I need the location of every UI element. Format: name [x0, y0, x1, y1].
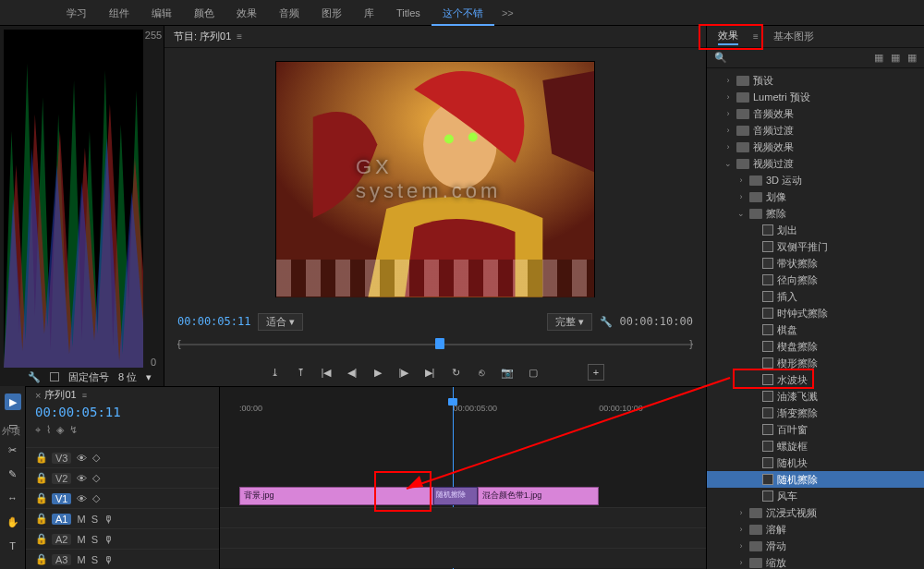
tree-folder[interactable]: ⌄视频过渡 — [707, 155, 924, 172]
tree-effect-item[interactable]: 油漆飞溅 — [707, 388, 924, 405]
hand-tool[interactable]: ✋ — [5, 514, 21, 530]
ws-tab-effects[interactable]: 效果 — [225, 0, 268, 26]
slip-tool[interactable]: ↔ — [5, 490, 21, 506]
tree-effect-item[interactable]: 时钟式擦除 — [707, 305, 924, 321]
clamp-checkbox[interactable] — [50, 372, 59, 381]
tree-effect-item[interactable]: 随机擦除 — [707, 471, 924, 488]
toggle-output-icon[interactable]: 👁 — [77, 493, 87, 504]
twirl-icon[interactable]: › — [736, 192, 746, 201]
lock-icon[interactable]: 🔒 — [35, 513, 46, 525]
ws-tab-edit[interactable]: 编辑 — [140, 0, 183, 26]
tree-folder[interactable]: ›预设 — [707, 72, 924, 89]
tree-effect-item[interactable]: 楔形擦除 — [707, 355, 924, 371]
ws-tab-assembly[interactable]: 组件 — [98, 0, 140, 26]
sequence-tab[interactable]: 序列01 — [44, 388, 76, 402]
track-header-V3[interactable]: 🔒V3👁◇ — [26, 447, 219, 467]
safe-margins-button[interactable]: ▢ — [525, 364, 541, 381]
sync-lock-icon[interactable]: ◇ — [92, 452, 100, 464]
track-header-A1[interactable]: 🔒A1MS🎙 — [26, 508, 219, 528]
tree-folder[interactable]: ›沉浸式视频 — [707, 504, 924, 521]
play-button[interactable]: ▶ — [370, 364, 386, 381]
pen-tool[interactable]: ✎ — [5, 466, 21, 482]
tree-folder[interactable]: ›划像 — [707, 188, 924, 205]
track-target[interactable]: A1 — [52, 514, 71, 525]
toggle-output-icon[interactable]: 👁 — [77, 453, 87, 464]
program-tc-left[interactable]: 00:00:05:11 — [177, 315, 250, 328]
twirl-icon[interactable]: › — [723, 109, 733, 118]
ws-tab-library[interactable]: 库 — [353, 0, 385, 26]
brace-in-icon[interactable]: { — [177, 338, 181, 349]
tree-effect-item[interactable]: 百叶窗 — [707, 421, 924, 438]
track-header-V1[interactable]: 🔒V1👁◇ — [26, 488, 219, 508]
tree-folder[interactable]: ›3D 运动 — [707, 172, 924, 188]
panel-menu-icon[interactable]: ≡ — [82, 391, 87, 400]
link-icon[interactable]: ⌇ — [46, 424, 51, 436]
panel-menu-icon[interactable]: ≡ — [237, 31, 242, 42]
tree-folder[interactable]: ›滑动 — [707, 538, 924, 554]
twirl-icon[interactable]: › — [736, 558, 746, 567]
mark-in-button[interactable]: ⤓ — [266, 364, 283, 381]
tree-effect-item[interactable]: 渐变擦除 — [707, 405, 924, 421]
ws-overflow-icon[interactable]: >> — [502, 7, 514, 18]
voiceover-icon[interactable]: 🎙 — [103, 534, 114, 545]
lock-icon[interactable]: 🔒 — [35, 492, 46, 504]
toggle-output-icon[interactable]: M — [77, 514, 85, 525]
ws-tab-custom[interactable]: 这个不错 — [432, 0, 494, 26]
wrench-icon[interactable]: 🔧 — [28, 371, 41, 383]
time-ruler[interactable]: :00:0000:00:05:0000:00:10:00 — [220, 387, 706, 424]
export-frame-button[interactable]: 📷 — [499, 364, 516, 381]
bitdepth-select[interactable]: 8 位 — [118, 370, 137, 384]
fx-badge-icon[interactable]: ▦ — [891, 52, 900, 64]
fx-badge-icon[interactable]: ▦ — [874, 52, 883, 64]
timeline-body[interactable]: :00:0000:00:05:0000:00:10:00 背景.jpg 随机擦除… — [220, 387, 706, 569]
lock-icon[interactable]: 🔒 — [35, 452, 46, 464]
ws-tab-learn[interactable]: 学习 — [55, 0, 98, 26]
toggle-output-icon[interactable]: M — [77, 554, 85, 565]
clip-v1-a[interactable]: 背景.jpg — [239, 487, 433, 505]
lift-button[interactable]: ⎋ — [473, 364, 490, 381]
transition-random-wipe[interactable]: 随机擦除 — [433, 487, 477, 505]
selection-tool[interactable]: ▶ — [5, 393, 21, 410]
brace-out-icon[interactable]: } — [689, 338, 693, 349]
track-target[interactable]: A2 — [52, 534, 71, 545]
tree-folder[interactable]: ›音频效果 — [707, 105, 924, 122]
ws-tab-audio[interactable]: 音频 — [268, 0, 310, 26]
go-to-in-button[interactable]: |◀ — [318, 364, 334, 381]
toggle-output-icon[interactable]: M — [77, 534, 85, 545]
solo-button[interactable]: S — [91, 554, 98, 565]
twirl-icon[interactable]: › — [723, 92, 733, 102]
tree-folder[interactable]: ›视频效果 — [707, 139, 924, 155]
effects-search-input[interactable] — [733, 53, 869, 64]
solo-button[interactable]: S — [91, 514, 98, 525]
solo-button[interactable]: S — [91, 534, 98, 545]
tree-effect-item[interactable]: 风车 — [707, 488, 924, 504]
tree-effect-item[interactable]: 划出 — [707, 222, 924, 238]
track-header-V2[interactable]: 🔒V2👁◇ — [26, 467, 219, 488]
track-header-A3[interactable]: 🔒A3MS🎙 — [26, 549, 219, 569]
sync-lock-icon[interactable]: ◇ — [92, 472, 100, 484]
marker-icon[interactable]: ◈ — [56, 424, 64, 436]
track-header-A2[interactable]: 🔒A2MS🎙 — [26, 528, 219, 549]
sync-lock-icon[interactable]: ◇ — [92, 492, 100, 504]
twirl-icon[interactable]: › — [736, 508, 746, 517]
tree-effect-item[interactable]: 楔盘擦除 — [707, 338, 924, 355]
lock-icon[interactable]: 🔒 — [35, 533, 46, 545]
go-to-out-button[interactable]: ▶| — [421, 364, 438, 381]
tree-effect-item[interactable]: 双侧平推门 — [707, 238, 924, 255]
mark-out-button[interactable]: ⤒ — [292, 364, 309, 381]
twirl-icon[interactable]: ⌄ — [736, 209, 746, 218]
razor-tool[interactable]: ✂ — [5, 442, 21, 458]
tree-effect-item[interactable]: 径向擦除 — [707, 272, 924, 288]
panel-menu-icon[interactable]: ≡ — [753, 31, 759, 42]
voiceover-icon[interactable]: 🎙 — [103, 554, 114, 565]
type-tool[interactable]: T — [5, 538, 21, 554]
twirl-icon[interactable]: › — [723, 142, 733, 151]
tree-effect-item[interactable]: 水波块 — [707, 371, 924, 388]
twirl-icon[interactable]: › — [736, 176, 746, 185]
tree-effect-item[interactable]: 带状擦除 — [707, 255, 924, 272]
tree-folder[interactable]: ›Lumetri 预设 — [707, 89, 924, 105]
step-fwd-button[interactable]: |▶ — [395, 364, 412, 381]
tree-folder[interactable]: ›溶解 — [707, 521, 924, 538]
tree-folder[interactable]: ⌄擦除 — [707, 205, 924, 222]
effects-tab[interactable]: 效果 — [718, 29, 738, 45]
